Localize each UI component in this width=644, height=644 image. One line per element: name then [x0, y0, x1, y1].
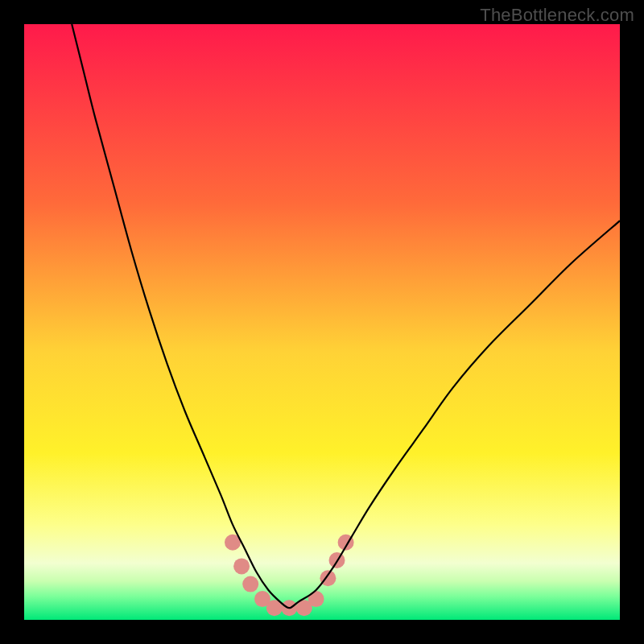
- highlight-dot: [242, 576, 258, 592]
- chart-plot-area: [24, 24, 620, 620]
- chart-overlay: [24, 24, 620, 620]
- bottleneck-curve-path: [72, 24, 620, 608]
- highlight-dot: [308, 591, 324, 607]
- watermark-text: TheBottleneck.com: [480, 5, 634, 26]
- highlight-dot: [233, 558, 250, 574]
